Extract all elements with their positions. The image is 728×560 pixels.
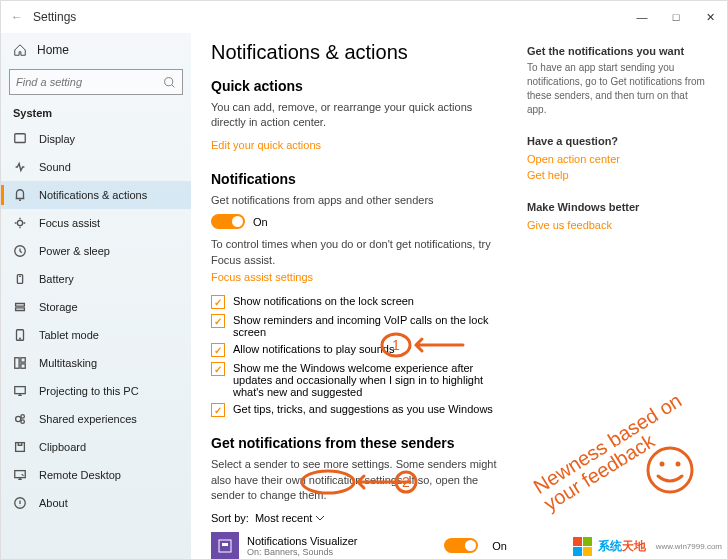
nav-label: Storage xyxy=(39,301,78,313)
checkbox-row-4[interactable]: Get tips, tricks, and suggestions as you… xyxy=(211,403,507,417)
home-button[interactable]: Home xyxy=(1,37,191,63)
nav-icon xyxy=(13,272,27,286)
sidebar-item-tablet-mode[interactable]: Tablet mode xyxy=(1,321,191,349)
close-button[interactable]: ✕ xyxy=(693,1,727,33)
page-title: Notifications & actions xyxy=(211,41,507,64)
search-input[interactable] xyxy=(16,76,163,88)
sidebar-item-clipboard[interactable]: Clipboard xyxy=(1,433,191,461)
minimize-button[interactable]: — xyxy=(625,1,659,33)
sidebar-item-display[interactable]: Display xyxy=(1,125,191,153)
nav-label: Shared experiences xyxy=(39,413,137,425)
sort-by-dropdown[interactable]: Sort by: Most recent xyxy=(211,512,507,524)
focus-assist-desc: To control times when you do or don't ge… xyxy=(211,238,491,265)
checkbox[interactable] xyxy=(211,362,225,376)
help-sidebar: Get the notifications you want To have a… xyxy=(527,41,707,559)
sidebar: Home System DisplaySoundNotifications & … xyxy=(1,33,191,559)
nav-label: Sound xyxy=(39,161,71,173)
checkbox-label: Show reminders and incoming VoIP calls o… xyxy=(233,314,507,338)
nav-icon xyxy=(13,328,27,342)
sort-label: Sort by: xyxy=(211,512,249,524)
senders-heading: Get notifications from these senders xyxy=(211,435,507,451)
watermark: 系统天地 www.win7999.com xyxy=(573,537,722,556)
sender-item[interactable]: Notifications Visualizer On: Banners, So… xyxy=(211,532,507,559)
notifications-toggle[interactable] xyxy=(211,214,245,229)
back-icon[interactable]: ← xyxy=(11,10,23,24)
notifications-heading: Notifications xyxy=(211,171,507,187)
svg-rect-10 xyxy=(15,387,26,394)
section-header: System xyxy=(1,101,191,125)
svg-rect-8 xyxy=(21,358,25,362)
nav-label: About xyxy=(39,497,68,509)
quick-actions-heading: Quick actions xyxy=(211,78,507,94)
checkbox-row-2[interactable]: Allow notifications to play sounds xyxy=(211,343,507,357)
sender-name: Notifications Visualizer xyxy=(247,535,436,547)
sidebar-item-remote-desktop[interactable]: Remote Desktop xyxy=(1,461,191,489)
nav-icon xyxy=(13,468,27,482)
sort-value: Most recent xyxy=(255,512,312,524)
sidebar-item-storage[interactable]: Storage xyxy=(1,293,191,321)
sidebar-item-sound[interactable]: Sound xyxy=(1,153,191,181)
nav-icon xyxy=(13,384,27,398)
nav-icon xyxy=(13,412,27,426)
toggle-state: On xyxy=(253,216,268,228)
checkbox[interactable] xyxy=(211,403,225,417)
sidebar-item-multitasking[interactable]: Multitasking xyxy=(1,349,191,377)
sidebar-item-projecting-to-this-pc[interactable]: Projecting to this PC xyxy=(1,377,191,405)
checkbox-label: Get tips, tricks, and suggestions as you… xyxy=(233,403,493,415)
checkbox[interactable] xyxy=(211,314,225,328)
search-box[interactable] xyxy=(9,69,183,95)
svg-rect-9 xyxy=(21,364,25,368)
sidebar-item-about[interactable]: About xyxy=(1,489,191,517)
feedback-link[interactable]: Give us feedback xyxy=(527,219,612,231)
checkbox-row-1[interactable]: Show reminders and incoming VoIP calls o… xyxy=(211,314,507,338)
svg-point-2 xyxy=(17,220,22,225)
nav-label: Tablet mode xyxy=(39,329,99,341)
sidebar-item-notifications-actions[interactable]: Notifications & actions xyxy=(1,181,191,209)
svg-rect-7 xyxy=(15,358,19,369)
svg-point-0 xyxy=(165,77,173,85)
checkbox[interactable] xyxy=(211,295,225,309)
edit-quick-actions-link[interactable]: Edit your quick actions xyxy=(211,139,321,151)
home-icon xyxy=(13,43,27,57)
maximize-button[interactable]: □ xyxy=(659,1,693,33)
svg-rect-1 xyxy=(15,134,26,143)
nav-icon xyxy=(13,496,27,510)
sender-state: On xyxy=(492,540,507,552)
titlebar: ← Settings — □ ✕ xyxy=(1,1,727,33)
checkbox-row-3[interactable]: Show me the Windows welcome experience a… xyxy=(211,362,507,398)
checkbox-row-0[interactable]: Show notifications on the lock screen xyxy=(211,295,507,309)
nav-label: Battery xyxy=(39,273,74,285)
nav-icon xyxy=(13,356,27,370)
nav-label: Multitasking xyxy=(39,357,97,369)
checkbox-label: Show notifications on the lock screen xyxy=(233,295,414,307)
nav-label: Display xyxy=(39,133,75,145)
svg-rect-18 xyxy=(222,543,228,546)
nav-icon xyxy=(13,244,27,258)
sender-app-icon xyxy=(211,532,239,559)
svg-rect-15 xyxy=(15,471,26,478)
senders-desc: Select a sender to see more settings. So… xyxy=(211,457,507,503)
sender-toggle[interactable] xyxy=(444,538,478,553)
get-help-link[interactable]: Get help xyxy=(527,169,569,181)
nav-label: Power & sleep xyxy=(39,245,110,257)
open-action-center-link[interactable]: Open action center xyxy=(527,153,620,165)
svg-point-6 xyxy=(20,338,21,339)
aside-title-2: Have a question? xyxy=(527,135,707,147)
sidebar-item-battery[interactable]: Battery xyxy=(1,265,191,293)
sidebar-item-focus-assist[interactable]: Focus assist xyxy=(1,209,191,237)
nav-icon xyxy=(13,160,27,174)
chevron-down-icon xyxy=(315,513,325,523)
aside-title-1: Get the notifications you want xyxy=(527,45,707,57)
focus-assist-link[interactable]: Focus assist settings xyxy=(211,270,313,285)
nav-label: Focus assist xyxy=(39,217,100,229)
notifications-desc: Get notifications from apps and other se… xyxy=(211,193,507,208)
sidebar-item-shared-experiences[interactable]: Shared experiences xyxy=(1,405,191,433)
checkbox[interactable] xyxy=(211,343,225,357)
nav-icon xyxy=(13,216,27,230)
nav-icon xyxy=(13,440,27,454)
sender-sub: On: Banners, Sounds xyxy=(247,547,436,557)
svg-point-11 xyxy=(16,416,21,421)
sidebar-item-power-sleep[interactable]: Power & sleep xyxy=(1,237,191,265)
nav-icon xyxy=(13,188,27,202)
nav-icon xyxy=(13,132,27,146)
